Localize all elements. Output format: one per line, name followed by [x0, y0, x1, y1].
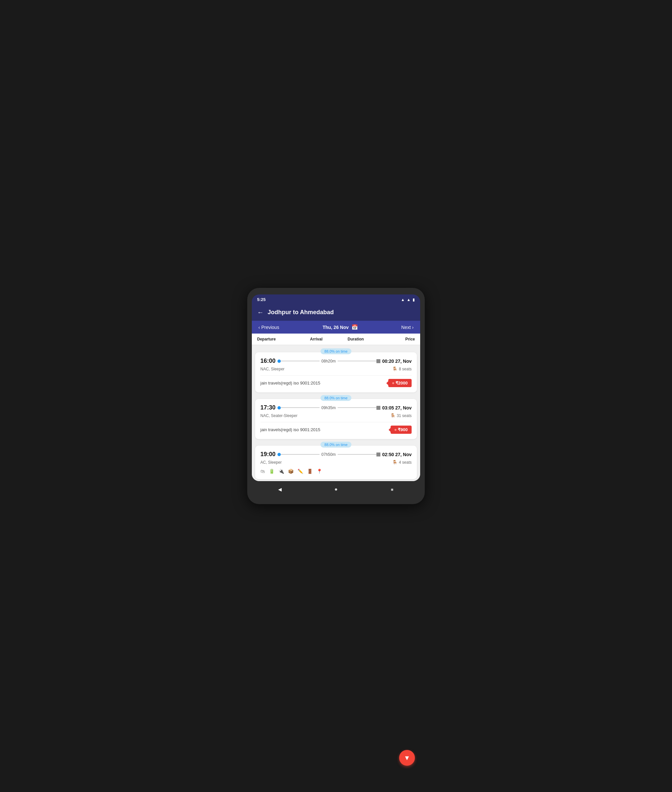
- class-type-3: AC, Sleeper: [261, 460, 282, 465]
- card-row-times-3: 19:00 07h50m 02:50 27, Nov: [261, 451, 411, 458]
- bus-icon-3: [376, 452, 381, 457]
- amenities-row-3: 🛍 🔋 🔌 📦 ✏️ 🚪 📍: [261, 469, 411, 474]
- calendar-icon[interactable]: 📅: [352, 324, 358, 330]
- wifi-icon: ▲: [401, 297, 405, 302]
- departure-dot-3: [277, 453, 281, 456]
- screen: ← Jodhpur to Ahmedabad ‹ Previous Thu, 2…: [252, 304, 420, 481]
- result-card-wrapper-3: 88.0% on time 19:00 07h50m: [255, 446, 417, 479]
- departure-col-header: Departure: [257, 337, 296, 342]
- status-icons: ▲ ▲ ▮: [401, 297, 415, 302]
- chevron-left-icon: ‹: [258, 325, 260, 330]
- departure-time-1: 16:00: [261, 358, 281, 364]
- home-nav-button[interactable]: [331, 484, 341, 493]
- device-frame: 5:25 ▲ ▲ ▮ ← Jodhpur to Ahmedabad ‹ Prev…: [247, 288, 425, 504]
- line-left-1: [281, 361, 320, 361]
- line-right-1: [338, 361, 376, 361]
- line-right-3: [338, 454, 376, 455]
- price-dot-1: [392, 382, 394, 384]
- back-nav-button[interactable]: [275, 484, 285, 493]
- status-bar: 5:25 ▲ ▲ ▮: [252, 294, 420, 304]
- duration-col-header: Duration: [336, 337, 376, 342]
- departure-dot-2: [277, 406, 281, 409]
- amenity-location-icon: 📍: [317, 469, 322, 474]
- amenity-power-icon: 🔌: [278, 469, 284, 474]
- seats-info-1: 🪑 8 seats: [392, 366, 411, 371]
- amenity-door-icon: 🚪: [307, 469, 313, 474]
- seat-icon-1: 🪑: [392, 366, 397, 371]
- card-row-price-2: jain travels(regd) iso 9001:2015 ₹900: [261, 422, 411, 434]
- seat-icon-2: 🪑: [390, 413, 395, 418]
- card-row-details-2: NAC, Seater-Sleeper 🪑 31 seats: [261, 413, 411, 418]
- seats-count-2: 31 seats: [397, 414, 411, 418]
- result-card-1[interactable]: 16:00 08h20m 00:20 27, Nov: [255, 352, 417, 393]
- app-header: ← Jodhpur to Ahmedabad: [252, 304, 420, 321]
- card-row-price-1: jain travels(regd) iso 9001:2015 ₹2000: [261, 375, 411, 387]
- on-time-badge-3: 88.0% on time: [320, 442, 352, 448]
- line-left-2: [281, 407, 320, 408]
- operator-name-1: jain travels(regd) iso 9001:2015: [261, 380, 320, 385]
- departure-time-3: 19:00: [261, 451, 281, 458]
- bus-icon-1: [376, 359, 381, 363]
- class-type-2: NAC, Seater-Sleeper: [261, 414, 298, 418]
- back-nav-icon: [278, 486, 282, 493]
- card-row-times-1: 16:00 08h20m 00:20 27, Nov: [261, 358, 411, 364]
- departure-time-2: 17:30: [261, 404, 281, 411]
- home-nav-icon: [334, 486, 338, 493]
- result-card-wrapper-2: 88.0% on time 17:30 09h35m: [255, 399, 417, 439]
- class-type-1: NAC, Sleeper: [261, 367, 285, 371]
- price-value-2: ₹900: [398, 427, 408, 432]
- on-time-badge-1: 88.0% on time: [320, 348, 352, 354]
- price-dot-2: [395, 429, 397, 431]
- seats-count-3: 4 seats: [399, 460, 411, 465]
- next-date-button[interactable]: Next ›: [402, 325, 414, 330]
- duration-line-2: 09h35m: [281, 406, 376, 410]
- bus-icon-2: [376, 406, 381, 410]
- chevron-right-icon: ›: [412, 325, 414, 330]
- duration-text-3: 07h50m: [320, 452, 338, 457]
- arrival-col-header: Arrival: [296, 337, 336, 342]
- duration-line-3: 07h50m: [281, 452, 376, 457]
- amenity-bag-icon: 🛍: [261, 469, 265, 474]
- results-list: 88.0% on time 16:00 08h20m: [252, 345, 420, 481]
- amenity-charging-icon: 🔋: [269, 469, 275, 474]
- arrival-info-2: 03:05 27, Nov: [376, 405, 412, 410]
- line-left-3: [281, 454, 320, 455]
- seats-count-1: 8 seats: [399, 367, 411, 371]
- price-badge-1[interactable]: ₹2000: [388, 379, 411, 387]
- result-card-wrapper-1: 88.0% on time 16:00 08h20m: [255, 352, 417, 393]
- operator-name-2: jain travels(regd) iso 9001:2015: [261, 427, 320, 432]
- date-navigation: ‹ Previous Thu, 26 Nov 📅 Next ›: [252, 321, 420, 334]
- seat-icon-3: 🪑: [392, 460, 397, 465]
- card-row-times-2: 17:30 09h35m 03:05 27, Nov: [261, 404, 411, 411]
- results-table-header: Departure Arrival Duration Price: [252, 334, 420, 345]
- card-row-details-3: AC, Sleeper 🪑 4 seats: [261, 460, 411, 465]
- battery-icon: ▮: [413, 297, 415, 302]
- line-right-2: [338, 407, 376, 408]
- price-value-1: ₹2000: [395, 380, 408, 385]
- duration-text-2: 09h35m: [320, 406, 338, 410]
- price-col-header: Price: [376, 337, 415, 342]
- price-badge-2[interactable]: ₹900: [390, 426, 411, 434]
- result-card-2[interactable]: 17:30 09h35m 03:05 27, Nov: [255, 399, 417, 439]
- card-row-details-1: NAC, Sleeper 🪑 8 seats: [261, 366, 411, 371]
- amenity-edit-icon: ✏️: [298, 469, 303, 474]
- signal-icon: ▲: [407, 297, 411, 302]
- duration-text-1: 08h20m: [320, 359, 338, 364]
- seats-info-2: 🪑 31 seats: [390, 413, 411, 418]
- recents-nav-button[interactable]: [387, 484, 397, 493]
- prev-date-button[interactable]: ‹ Previous: [258, 325, 279, 330]
- recents-nav-icon: [391, 486, 394, 493]
- duration-line-1: 08h20m: [281, 359, 376, 364]
- header-title: Jodhpur to Ahmedabad: [267, 309, 334, 316]
- amenity-box-icon: 📦: [288, 469, 294, 474]
- current-date: Thu, 26 Nov 📅: [323, 324, 358, 330]
- result-card-3[interactable]: 19:00 07h50m 02:50 27, Nov: [255, 446, 417, 479]
- departure-dot-1: [277, 359, 281, 363]
- android-nav-bar: [252, 481, 420, 495]
- back-button[interactable]: ←: [257, 308, 264, 316]
- arrival-info-3: 02:50 27, Nov: [376, 452, 412, 457]
- seats-info-3: 🪑 4 seats: [392, 460, 411, 465]
- arrival-info-1: 00:20 27, Nov: [376, 359, 412, 364]
- status-time: 5:25: [257, 297, 266, 302]
- on-time-badge-2: 88.0% on time: [320, 395, 352, 401]
